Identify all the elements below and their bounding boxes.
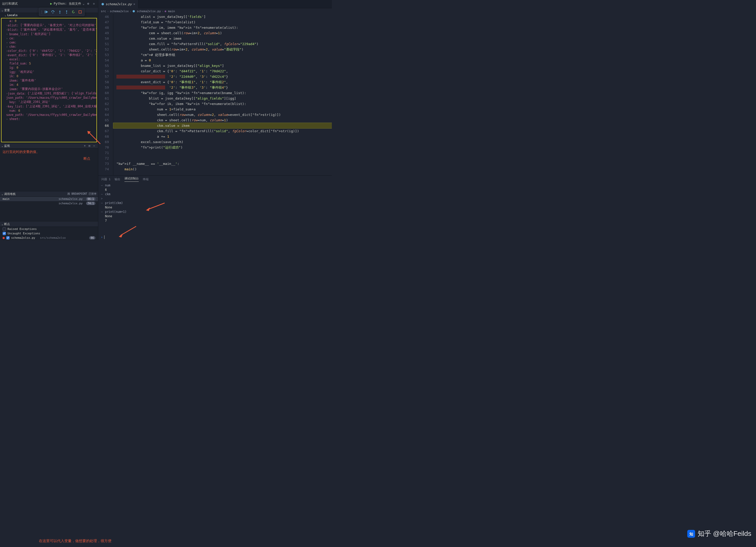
console-line: None — [101, 205, 329, 210]
callstack-section-head[interactable]: ⌄调用堆栈 因 BREAKPOINT 已暂停 — [0, 191, 98, 197]
code-line[interactable]: "kw">for im, imem "kw">in "fn">enumerate… — [113, 25, 332, 30]
variable-row[interactable]: key: '上证4期_2301_诉讼' — [2, 100, 96, 104]
debug-config-name[interactable]: Python: 当前文件 — [54, 2, 81, 6]
gear-icon[interactable]: ⚙ — [86, 2, 90, 6]
close-tab-icon[interactable]: × — [133, 2, 135, 6]
terminal-tab[interactable]: 调试控制台 — [124, 177, 139, 182]
variable-row[interactable]: ›ce: — [2, 36, 96, 40]
code-line[interactable]: num = 1+field_sum+a — [113, 107, 332, 112]
variable-row[interactable]: a: 0 — [2, 19, 96, 23]
debug-sidebar: 运行和调试 ▶ Python: 当前文件 ⌄ ⚙ ▫ ⋮⋮ ⌄变量 ⌄Local… — [0, 0, 98, 240]
variable-row[interactable]: ›json_data: {'上证4期_1201_持股5减1': {'align_… — [2, 91, 96, 96]
variable-row[interactable]: ›key_list: ['上证4期_2301_诉讼', '上证4期_804_业绩… — [2, 104, 96, 109]
code-line[interactable]: sheet.cell(row=num, column=2, value=even… — [113, 112, 332, 117]
more-watch-icon[interactable]: ⋯ — [92, 143, 96, 148]
code-line[interactable]: cem.fill = "fn">PatternFill("solid", fgC… — [113, 41, 332, 47]
panel-icon[interactable]: ▫ — [92, 2, 96, 6]
code-editor[interactable]: 4647484950515253545556575859606162636465… — [98, 14, 332, 175]
debug-toolbar: ⋮⋮ — [39, 8, 85, 16]
code-line[interactable] — [113, 150, 332, 156]
code-line[interactable]: bname_list = json_data[key]["align_keys"… — [113, 63, 332, 68]
start-play-icon[interactable]: ▶ — [50, 2, 52, 5]
code-line[interactable]: event_dict = {'0': "事件组1", '1': "事件组2", — [113, 79, 332, 85]
breadcrumb-item[interactable]: ⬢ schema2xlsx.py — [132, 10, 161, 13]
terminal-tab[interactable]: 输出 — [115, 177, 120, 181]
code-line[interactable]: ckm.value = ikem — [113, 123, 332, 128]
variable-row[interactable]: ›excel: — [2, 57, 96, 61]
code-line[interactable]: sheet.cell(row=im+2, column=2, value="基础… — [113, 47, 332, 52]
variable-row[interactable]: ›cem: — [2, 40, 96, 45]
code-line[interactable]: ckm.fill = "fn">PatternFill("solid", fgC… — [113, 128, 332, 134]
step-into-button[interactable] — [57, 9, 63, 15]
callstack-frame[interactable]: schema2xlsx.py 74:1 — [0, 201, 98, 206]
debug-console-input[interactable]: › — [98, 235, 332, 240]
line-number-gutter[interactable]: 4647484950515253545556575859606162636465… — [98, 14, 113, 175]
variable-row[interactable]: igg: '相关诉讼' — [2, 70, 96, 74]
code-line[interactable]: '2': "22d4d0", '3': "d422c4"} — [113, 74, 332, 79]
breadcrumbs[interactable]: src›schema2xlsx›⬢ schema2xlsx.py›⊕ main — [98, 8, 332, 14]
continue-button[interactable] — [43, 9, 50, 15]
terminal-tab[interactable]: 终端 — [143, 177, 149, 181]
debug-console-body[interactable]: →num 6→ckm>→print(ckm) None →print(num+1… — [98, 183, 332, 235]
watch-section-head[interactable]: ⌄监视 + ⊟ ⋯ — [0, 143, 98, 149]
console-line: None — [101, 214, 329, 219]
code-line[interactable]: "kw">for ig, igg "kw">in "fn">enumerate(… — [113, 90, 332, 96]
variable-row[interactable]: ›sheet: — [2, 117, 96, 121]
tab-file[interactable]: ⬢ schema2xlsx.py × — [98, 0, 138, 8]
variable-row[interactable]: ig: 0 — [2, 66, 96, 70]
variable-row[interactable]: save_path: '/Users/macos/ffyy/c005_crawl… — [2, 113, 96, 117]
callstack-status: 因 BREAKPOINT 已暂停 — [67, 192, 96, 196]
code-line[interactable]: field_sum = "fn">len(alist) — [113, 19, 332, 25]
code-line[interactable]: color_dict = {'0': "d44f22", '1': "70d42… — [113, 68, 332, 74]
variable-row[interactable]: ›event_dict: {'0': '事件组1', '1': '事件组2', … — [2, 53, 96, 57]
breadcrumb-item[interactable]: ⊕ main — [165, 10, 175, 13]
code-line[interactable]: cem.value = imem — [113, 36, 332, 41]
breakpoint-option[interactable]: Uncaught Exceptions — [0, 231, 98, 236]
code-line[interactable] — [113, 156, 332, 161]
tab-label: schema2xlsx.py — [106, 2, 132, 6]
code-line[interactable]: '2': "事件组3", '3': "事件组4"} — [113, 85, 332, 90]
breakpoints-section-head[interactable]: ⌄断点 — [0, 221, 98, 227]
variable-row[interactable]: ›color_dict: {'0': 'd44f22', '1': '70d42… — [2, 49, 96, 53]
step-out-button[interactable] — [64, 9, 70, 15]
variable-row[interactable]: im: 4 — [2, 83, 96, 87]
callstack-frame[interactable]: mainschema2xlsx.py 66:1 — [0, 197, 98, 201]
code-line[interactable]: blist = json_data[key]["align_fields"][i… — [113, 96, 332, 101]
console-line: →print(ckm) — [101, 201, 329, 205]
stop-button[interactable] — [77, 9, 83, 15]
variable-row[interactable]: imem: '重要内容提示-涉案本金合计' — [2, 87, 96, 91]
breakpoint-option[interactable]: Raised Exceptions — [0, 227, 98, 231]
code-line[interactable]: ckm = sheet.cell(row=num, column=1) — [113, 117, 332, 123]
step-over-button[interactable] — [50, 9, 56, 15]
code-line[interactable]: a = 0 — [113, 58, 332, 63]
config-chevron-icon[interactable]: ⌄ — [83, 2, 85, 5]
code-line[interactable]: "kw">for ik, ikem "kw">in "fn">enumerate… — [113, 101, 332, 107]
collapse-watch-icon[interactable]: ⊟ — [87, 143, 92, 148]
variable-row[interactable]: field_sum: 5 — [2, 61, 96, 66]
breadcrumb-item[interactable]: schema2xlsx — [110, 10, 129, 13]
breadcrumb-item[interactable]: src — [101, 10, 106, 13]
code-line[interactable]: "cm"># 处理多事件组 — [113, 52, 332, 58]
code-line[interactable]: excel.save(save_path) — [113, 139, 332, 145]
code-line[interactable]: a += 1 — [113, 134, 332, 139]
breakpoint-file[interactable]: schema2xlsx.py src/schema2xlsx66 — [0, 236, 98, 240]
variable-row[interactable]: ikem: '案件名称' — [2, 78, 96, 83]
code-line[interactable]: "fn">print("运行成功") — [113, 145, 332, 150]
toolbar-grip[interactable]: ⋮⋮ — [40, 10, 43, 14]
code-line[interactable]: cem = sheet.cell(row=im+2, column=1) — [113, 30, 332, 36]
variable-row[interactable]: ik: 0 — [2, 74, 96, 78]
code-line[interactable]: alist = json_data[key]['fields'] — [113, 14, 332, 19]
restart-button[interactable] — [70, 9, 76, 15]
code-line[interactable]: main() — [113, 166, 332, 172]
variable-row[interactable]: ›bname_list: ['相关诉讼'] — [2, 32, 96, 36]
add-watch-icon[interactable]: + — [82, 143, 87, 148]
code-line[interactable]: "kw">if __name__ == '__main__': — [113, 161, 332, 166]
breakpoint-dot-icon — [3, 237, 5, 239]
variable-row[interactable]: ›ckm: — [2, 45, 96, 49]
variable-row[interactable]: num: 6 — [2, 109, 96, 113]
variable-row[interactable]: json_path: '/Users/macos/ffyy/c005_crawl… — [2, 96, 96, 100]
variable-row[interactable]: ›blist: ['案件名称', '诉讼基本情况', '案号', '是否本案',… — [2, 27, 96, 32]
terminal-tab[interactable]: 问题 1 — [101, 177, 110, 181]
python-file-icon: ⬢ — [101, 2, 104, 6]
variable-row[interactable]: ›alist: ['重要内容提示', '备查文件', '对上市公司的影响', '… — [2, 23, 96, 27]
